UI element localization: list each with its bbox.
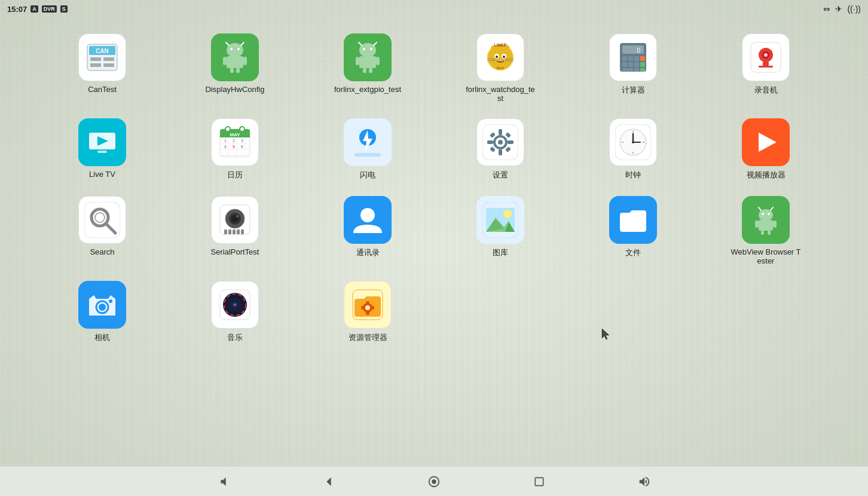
livetv-label: Live TV	[89, 170, 115, 179]
svg-line-11	[241, 42, 244, 45]
settings-label: 设置	[493, 170, 508, 180]
app-serialport[interactable]: SerialPortTest	[175, 191, 295, 270]
cantest-icon: CAN	[78, 33, 126, 81]
svg-point-157	[365, 305, 370, 310]
contacts-icon	[344, 196, 392, 244]
videoplayer-label: 视频播放器	[747, 170, 786, 180]
svg-rect-13	[223, 57, 227, 65]
app-contacts[interactable]: 通讯录	[307, 191, 428, 270]
files-label: 文件	[625, 247, 641, 258]
watchdog-label: forlinx_watchdog_test	[464, 85, 536, 103]
svg-text:BOX: BOX	[497, 66, 505, 70]
svg-rect-142	[773, 221, 777, 228]
app-videoplayer[interactable]: 视频播放器	[705, 114, 826, 185]
svg-text:MAY: MAY	[230, 132, 240, 137]
svg-rect-92	[499, 149, 502, 155]
svg-rect-120	[224, 229, 227, 234]
app-extgpio[interactable]: forlinx_extgpio_test	[307, 29, 428, 108]
svg-text:CAN: CAN	[96, 48, 109, 54]
app-calendar[interactable]: MAY 1 2 3 4 5 6 日历	[175, 114, 295, 185]
svg-rect-25	[363, 68, 366, 73]
svg-rect-87	[354, 153, 381, 157]
svg-rect-165	[535, 477, 543, 485]
svg-point-119	[236, 215, 239, 218]
bluetooth-icon: ✈	[835, 4, 842, 14]
settings-icon	[476, 118, 524, 166]
serialport-icon	[211, 196, 259, 244]
svg-rect-160	[361, 306, 365, 310]
app-flash[interactable]: 闪电	[307, 114, 428, 185]
app-filemanager[interactable]: 资源管理器	[307, 276, 428, 348]
webview-label: WebView Browser Tester	[730, 247, 802, 265]
calculator-icon: 0	[609, 33, 657, 81]
svg-point-70	[240, 127, 244, 131]
svg-text:1: 1	[224, 139, 227, 143]
svg-point-35	[499, 59, 502, 62]
recents-button[interactable]	[528, 471, 550, 492]
empty-cell-1	[440, 276, 561, 348]
svg-rect-121	[228, 229, 231, 234]
svg-text:3: 3	[241, 139, 243, 143]
svg-rect-123	[237, 229, 240, 234]
volume-down-button[interactable]	[213, 471, 234, 492]
displayhw-icon	[211, 33, 259, 81]
svg-line-21	[374, 42, 377, 45]
svg-line-20	[359, 42, 362, 45]
svg-rect-47	[634, 56, 639, 61]
svg-point-19	[370, 48, 372, 50]
svg-rect-143	[761, 231, 764, 235]
app-camera[interactable]: 相机	[42, 276, 163, 348]
svg-text:6: 6	[241, 145, 243, 149]
svg-point-34	[503, 56, 505, 58]
app-webview[interactable]: WebView Browser Tester	[705, 191, 826, 270]
app-settings[interactable]: 设置	[440, 114, 561, 185]
app-search[interactable]: Search	[42, 191, 163, 270]
app-music[interactable]: 音乐	[175, 276, 295, 348]
gallery-icon	[476, 196, 524, 244]
app-files[interactable]: 文件	[573, 191, 693, 270]
svg-rect-60	[759, 66, 773, 68]
videoplayer-icon	[742, 118, 790, 166]
app-displayhwconfig[interactable]: DisplayHwConfig	[175, 29, 295, 108]
svg-text:4: 4	[224, 145, 227, 149]
svg-rect-16	[236, 68, 240, 73]
status-right: ⇔ ✈ ((·))	[823, 4, 861, 14]
camera-icon	[78, 281, 126, 329]
volume-up-button[interactable]	[634, 471, 655, 492]
displayhwconfig-label: DisplayHwConfig	[206, 85, 265, 94]
cantest-label: CanTest	[88, 85, 117, 94]
svg-rect-5	[90, 63, 101, 67]
home-button[interactable]	[423, 471, 445, 492]
back-button[interactable]	[318, 471, 340, 492]
recorder-icon	[742, 33, 790, 81]
status-left: 15:07 A DVR S	[7, 5, 68, 14]
search-label: Search	[90, 247, 114, 256]
extgpio-icon	[344, 33, 392, 81]
svg-rect-6	[103, 63, 114, 67]
svg-marker-162	[326, 477, 331, 486]
serialport-label: SerialPortTest	[211, 247, 259, 256]
svg-line-10	[226, 42, 229, 45]
svg-rect-46	[628, 56, 633, 61]
svg-rect-23	[356, 57, 359, 65]
app-gallery[interactable]: 图库	[440, 191, 561, 270]
app-recorder[interactable]: 录音机	[705, 29, 826, 108]
svg-rect-4	[103, 57, 114, 61]
flash-label: 闪电	[360, 170, 375, 180]
svg-point-9	[237, 48, 240, 50]
svg-rect-51	[634, 62, 639, 67]
flash-icon	[344, 118, 392, 166]
app-livetv[interactable]: Live TV	[42, 114, 163, 185]
svg-rect-3	[90, 57, 101, 61]
status-bar: 15:07 A DVR S ⇔ ✈ ((·))	[0, 0, 868, 18]
filemanager-label: 资源管理器	[349, 332, 387, 343]
clock-icon	[609, 118, 657, 166]
svg-rect-14	[243, 57, 247, 65]
app-watchdog[interactable]: LINER BOX forlinx_watchdog_test	[440, 29, 561, 108]
svg-point-69	[225, 127, 230, 131]
app-calculator[interactable]: 0 计算器	[573, 29, 693, 108]
svg-point-18	[363, 48, 365, 50]
app-clock[interactable]: 时钟	[573, 114, 693, 185]
svg-rect-124	[241, 229, 244, 234]
app-cantest[interactable]: CAN CanTest	[42, 29, 163, 108]
